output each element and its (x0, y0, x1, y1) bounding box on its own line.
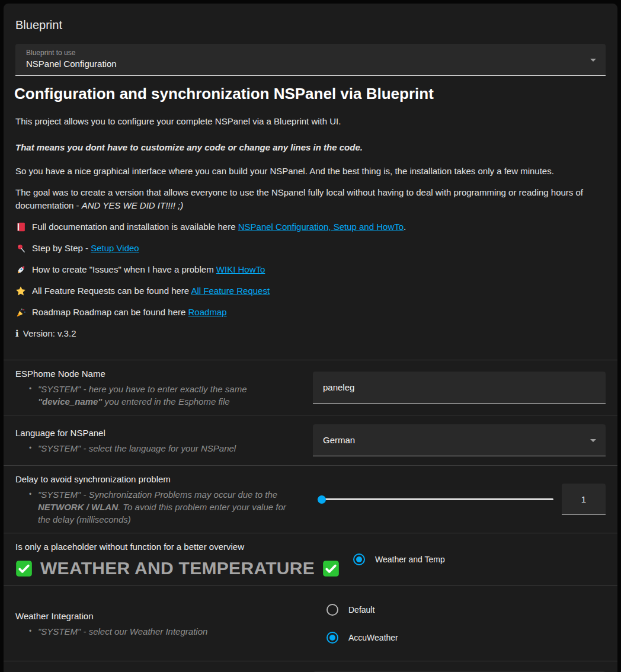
radio-option-label: Weather and Temp (375, 555, 445, 564)
rocket-icon (15, 264, 26, 275)
red-book-icon (15, 222, 26, 232)
doc-link[interactable]: NSPanel Configuration, Setup and HowTo (238, 222, 404, 232)
description-paragraph: The goal was to create a version that al… (15, 186, 606, 212)
radio-selected-icon[interactable] (353, 553, 365, 565)
doc-link-line: Full documentation and installation is a… (15, 220, 606, 233)
node-name-input[interactable]: paneleg (313, 372, 606, 404)
star-icon (15, 286, 26, 296)
radio-option-label: AccuWeather (348, 633, 398, 642)
weather-section-heading-text: WEATHER AND TEMPERATURE (40, 558, 315, 578)
row-label: Delay to avoid synchronization problem (15, 473, 313, 485)
blueprint-description: Configuration and synchronization NSPane… (4, 85, 617, 351)
form-row-weather-entity: Weather entity from HA "SYSTEM" - Select… (4, 661, 617, 672)
party-popper-icon (15, 307, 26, 318)
page-title: Blueprint (4, 4, 617, 40)
doc-link[interactable]: All Feature Request (191, 286, 270, 296)
radio-selected-icon[interactable] (326, 632, 338, 644)
description-paragraph: That means you dont have to customize an… (15, 141, 606, 154)
language-select-value: German (323, 435, 355, 445)
green-check-icon (15, 560, 33, 577)
form-row-node-name: ESPhome Node Name "SYSTEM" - here you ha… (4, 360, 617, 415)
node-name-value: paneleg (323, 382, 354, 392)
row-description: "SYSTEM" - Synchronization Problems may … (38, 488, 297, 526)
row-label: ESPhome Node Name (15, 367, 313, 380)
doc-link-line: All Feature Requests can be found here A… (15, 284, 606, 297)
description-heading: Configuration and synchronization NSPane… (14, 85, 606, 102)
row-description: "SYSTEM" - select our Weather Integratio… (38, 625, 297, 638)
delay-slider[interactable] (318, 493, 553, 506)
doc-link[interactable]: Setup Video (91, 243, 139, 253)
doc-link-line: Roadmap Roadmap can be found here Roadma… (15, 306, 606, 319)
version-line: ℹ Version: v.3.2 (15, 327, 606, 351)
radio-unselected-icon[interactable] (326, 604, 338, 616)
radio-option-weather-and-temp[interactable]: Weather and Temp (353, 553, 617, 565)
delay-value: 1 (581, 494, 586, 504)
info-icon: ℹ (15, 327, 19, 340)
delay-value-input[interactable]: 1 (562, 484, 606, 515)
row-description: "SYSTEM" - here you have to enter exactl… (38, 383, 297, 408)
row-description: "SYSTEM" - select the language for your … (38, 442, 297, 455)
version-text: Version: v.3.2 (23, 327, 76, 340)
language-select[interactable]: German (313, 424, 606, 456)
radio-option-accuweather[interactable]: AccuWeather (326, 632, 606, 644)
description-paragraph: This project allows you to configure you… (15, 115, 606, 128)
slider-track[interactable] (318, 498, 553, 500)
green-check-icon (322, 560, 340, 577)
row-label: Weather Integration (15, 610, 313, 622)
blueprint-select-value: NSPanel Configuration (26, 59, 580, 69)
form-row-weather-integration: Weather Integration "SYSTEM" - select ou… (4, 585, 617, 661)
form-row-weather-placeholder: Is only a placeholder without function f… (4, 533, 617, 585)
blueprint-select[interactable]: Blueprint to use NSPanel Configuration (15, 44, 606, 76)
description-paragraph: So you have a nice graphical interface w… (15, 165, 606, 178)
row-label: Is only a placeholder without function f… (15, 540, 340, 553)
blueprint-select-label: Blueprint to use (26, 49, 580, 57)
weather-section-heading: WEATHER AND TEMPERATURE (15, 558, 340, 578)
chevron-down-icon[interactable] (590, 439, 596, 442)
radio-option-label: Default (348, 605, 374, 615)
doc-link[interactable]: WIKI HowTo (216, 264, 265, 274)
radio-option-default[interactable]: Default (326, 604, 606, 616)
doc-link-line: Step by Step - Setup Video (15, 242, 606, 255)
form-row-language: Language for NSPanel "SYSTEM" - select t… (4, 415, 617, 465)
blueprint-card: Blueprint Blueprint to use NSPanel Confi… (4, 4, 617, 672)
form-row-delay: Delay to avoid synchronization problem "… (4, 465, 617, 533)
slider-thumb[interactable] (318, 495, 326, 504)
row-label: Language for NSPanel (15, 427, 313, 439)
pushpin-icon (15, 243, 26, 254)
chevron-down-icon[interactable] (590, 59, 596, 62)
doc-link-line: How to create "Issues" when I have a pro… (15, 263, 606, 276)
doc-link[interactable]: Roadmap (188, 307, 227, 317)
